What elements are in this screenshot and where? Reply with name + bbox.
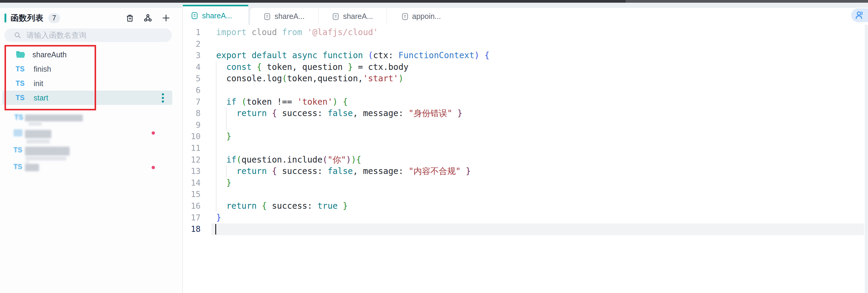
tab-sharea-3[interactable]: shareA...: [318, 8, 387, 25]
code-line-11[interactable]: [216, 142, 862, 154]
redacted-text: [26, 161, 29, 163]
code-content[interactable]: import cloud from '@lafjs/cloud'export d…: [216, 27, 862, 235]
code-line-15[interactable]: [216, 189, 862, 200]
user-icon: [854, 10, 865, 21]
redacted-text: [25, 164, 39, 171]
document-icon: [263, 12, 271, 21]
line-number: 16: [183, 200, 200, 212]
code-editor[interactable]: 123456789101112131415161718 import cloud…: [183, 25, 868, 293]
tab-label: shareA...: [202, 11, 232, 20]
tab-shareauth-active[interactable]: shareA...: [183, 5, 248, 25]
tab-appoin-4[interactable]: appoin...: [387, 8, 455, 25]
code-line-8[interactable]: return { success: false, message: "身份错误"…: [216, 108, 862, 119]
line-number: 7: [183, 96, 200, 108]
line-number: 9: [183, 119, 200, 131]
window-top-bar-segment: [626, 0, 868, 3]
editor-scrollbar-track[interactable]: [865, 25, 868, 293]
line-number: 5: [183, 73, 200, 84]
members-button[interactable]: [851, 8, 868, 22]
inactive-tabs-container: shareA...shareA...appoin...: [250, 8, 868, 25]
redacted-text: [26, 156, 66, 160]
typescript-icon: TS: [13, 163, 22, 171]
tab-sharea-2[interactable]: shareA...: [250, 8, 318, 25]
redacted-function-rows: TSTSTS: [0, 8, 183, 293]
line-number: 6: [183, 84, 200, 96]
code-line-1[interactable]: import cloud from '@lafjs/cloud': [216, 27, 862, 38]
line-number-gutter: 123456789101112131415161718: [183, 27, 200, 235]
text-cursor: [215, 224, 216, 234]
code-line-9[interactable]: [216, 119, 862, 131]
line-number: 17: [183, 212, 200, 224]
editor-tab-bar: shareA... shareA...shareA...appoin...: [183, 3, 868, 25]
code-line-12[interactable]: if(question.include("你")){: [216, 154, 862, 166]
code-line-4[interactable]: const { token, question } = ctx.body: [216, 62, 862, 73]
code-line-3[interactable]: export default async function (ctx: Func…: [216, 50, 862, 62]
typescript-icon: TS: [13, 146, 22, 154]
document-icon: [191, 12, 198, 20]
line-number: 4: [183, 62, 200, 73]
typescript-icon: TS: [14, 113, 23, 121]
redacted-text: [29, 122, 42, 126]
code-line-7[interactable]: if (token !== 'token') {: [216, 96, 862, 108]
line-number: 3: [183, 50, 200, 62]
line-number: 14: [183, 177, 200, 189]
redacted-text: [26, 139, 50, 144]
code-line-14[interactable]: }: [216, 177, 862, 189]
line-number: 12: [183, 154, 200, 166]
function-list-panel: 函数列表 7: [0, 8, 183, 293]
code-line-2[interactable]: [216, 38, 862, 50]
line-number: 15: [183, 189, 200, 200]
line-number: 8: [183, 108, 200, 119]
code-line-5[interactable]: console.log(token,question,'start'): [216, 73, 862, 84]
document-icon: [401, 12, 409, 21]
code-line-17[interactable]: }: [216, 212, 862, 224]
line-number: 2: [183, 38, 200, 50]
unsaved-changes-dot: [152, 166, 155, 169]
window-top-bar: [0, 0, 868, 3]
code-line-18[interactable]: [216, 223, 862, 235]
document-icon: [332, 12, 340, 21]
unsaved-changes-dot: [152, 131, 155, 135]
code-line-6[interactable]: [216, 84, 862, 96]
code-line-13[interactable]: return { success: false, message: "内容不合规…: [216, 166, 862, 177]
line-number: 1: [183, 27, 200, 38]
line-number: 11: [183, 142, 200, 154]
line-number: 18: [183, 223, 200, 235]
code-line-16[interactable]: return { success: true }: [216, 200, 862, 212]
code-line-10[interactable]: }: [216, 131, 862, 142]
redacted-text: [25, 147, 70, 156]
redacted-text: [25, 115, 83, 121]
redacted-text: [25, 130, 51, 138]
line-number: 13: [183, 166, 200, 177]
line-number: 10: [183, 131, 200, 142]
redacted-icon: [13, 129, 23, 137]
